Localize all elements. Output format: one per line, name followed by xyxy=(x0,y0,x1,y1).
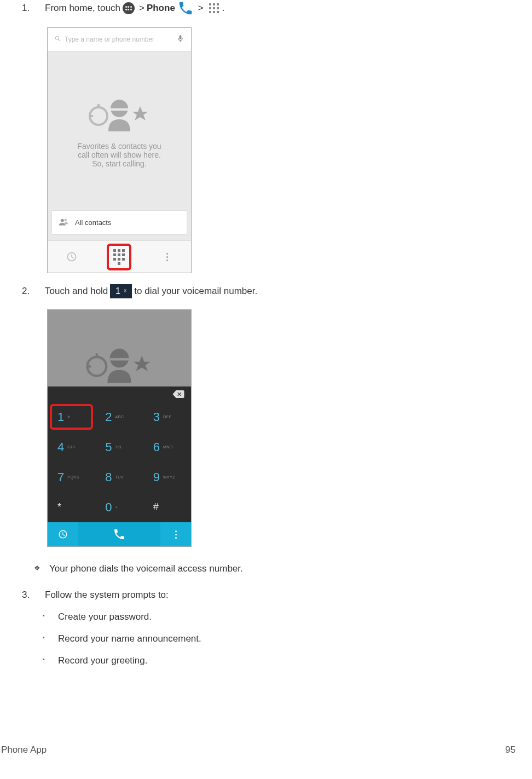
key-4-digit: 4 xyxy=(57,440,64,454)
voicemail-sub-icon: ⧖ xyxy=(67,415,71,419)
shot2-call-bar xyxy=(48,522,191,546)
step3-text: Follow the system prompts to: xyxy=(45,590,169,601)
apps-icon xyxy=(123,2,135,14)
step-1: 1. From home, touch > Phone > . xyxy=(16,0,516,273)
step3-number: 3. xyxy=(16,590,45,601)
overflow-tab xyxy=(143,253,191,261)
step1-text-from-home: From home, touch xyxy=(45,3,120,14)
key-star-symbol: * xyxy=(57,501,61,513)
svg-point-6 xyxy=(61,218,64,222)
contacts-icon xyxy=(59,218,68,227)
step-2: 2. Touch and hold 1⧖ to dial your voicem… xyxy=(16,284,516,580)
prompt-record-name: Record your name announcement. xyxy=(43,628,516,650)
key-2-letters: ABC xyxy=(115,415,124,419)
dialpad-tab xyxy=(95,244,143,270)
backspace-icon xyxy=(172,390,184,398)
empty-state-graphic xyxy=(86,94,152,134)
empty-line1: Favorites & contacts you xyxy=(77,142,161,151)
shot1-empty-state: Favorites & contacts you call often will… xyxy=(48,51,191,210)
overflow-icon-white xyxy=(175,530,177,539)
key-8-letters: TUV xyxy=(115,475,124,479)
search-icon xyxy=(54,35,61,44)
screenshot-dialer: 1 ⧖ 2ABC 3DEF 4GHI 5JKL 6MNO 7PQRS 8TUV … xyxy=(47,309,192,547)
page-footer: Phone App 95 xyxy=(1,745,516,755)
step2-text-touch-hold: Touch and hold xyxy=(45,286,108,297)
key-5: 5JKL xyxy=(95,432,143,462)
svg-rect-12 xyxy=(110,358,129,360)
svg-marker-13 xyxy=(134,356,150,371)
step1-period: . xyxy=(222,3,225,14)
key-1-highlight xyxy=(50,404,93,430)
overflow-icon xyxy=(166,253,168,261)
key-4-letters: GHI xyxy=(67,445,75,449)
key-1-digit: 1 xyxy=(57,410,64,424)
key-3: 3DEF xyxy=(143,402,191,432)
svg-rect-4 xyxy=(111,108,128,111)
phone-handset-icon xyxy=(177,0,194,16)
step2-text-to-dial: to dial your voicemail number. xyxy=(134,286,257,297)
svg-marker-5 xyxy=(132,106,148,120)
result-voicemail-dial: Your phone dials the voicemail access nu… xyxy=(34,558,516,580)
key-7: 7PQRS xyxy=(48,462,95,492)
shot1-search-bar: Type a name or phone number xyxy=(48,28,191,51)
shot2-backspace-row xyxy=(48,386,191,402)
key-9-digit: 9 xyxy=(153,470,160,484)
dialpad-icon xyxy=(209,3,219,13)
key-0: 0+ xyxy=(95,492,143,522)
key-6-letters: MNO xyxy=(163,445,173,449)
key-7-letters: PQRS xyxy=(67,475,79,479)
dialpad-highlight-box xyxy=(107,244,131,270)
all-contacts-label: All contacts xyxy=(75,218,111,227)
step1-gt1: > xyxy=(139,3,144,14)
callbar-overflow xyxy=(160,530,191,539)
dialpad-tab-icon xyxy=(113,249,125,265)
footer-page-number: 95 xyxy=(505,745,516,755)
microphone-icon xyxy=(176,34,184,44)
svg-point-7 xyxy=(65,218,67,221)
key-8-digit: 8 xyxy=(105,470,112,484)
key-0-plus: + xyxy=(115,505,118,509)
key-hash-symbol: # xyxy=(153,501,159,513)
screenshot-phone-app: Type a name or phone number xyxy=(47,27,192,273)
empty-line3: So, start calling. xyxy=(92,159,147,168)
key-7-digit: 7 xyxy=(57,470,64,484)
key-8: 8TUV xyxy=(95,462,143,492)
step1-gt2: > xyxy=(198,3,204,14)
recents-tab-icon xyxy=(48,251,95,262)
key-6: 6MNO xyxy=(143,432,191,462)
step1-number: 1. xyxy=(16,3,45,14)
prompt-create-password: Create your password. xyxy=(43,606,516,628)
shot2-top-area xyxy=(48,310,191,386)
key-1: 1 ⧖ xyxy=(48,402,95,432)
shot1-all-contacts-row: All contacts xyxy=(52,210,187,234)
step2-number: 2. xyxy=(16,286,45,297)
key-2-digit: 2 xyxy=(105,410,112,424)
key-3-digit: 3 xyxy=(153,410,160,424)
key-5-letters: JKL xyxy=(115,445,123,449)
shot1-search-placeholder: Type a name or phone number xyxy=(65,36,154,43)
key-0-digit: 0 xyxy=(105,500,112,515)
key-2: 2ABC xyxy=(95,402,143,432)
key-star: * xyxy=(48,492,95,522)
prompt-record-greeting: Record your greeting. xyxy=(43,650,516,672)
shot2-keypad: 1 ⧖ 2ABC 3DEF 4GHI 5JKL 6MNO 7PQRS 8TUV … xyxy=(48,402,191,522)
key-6-digit: 6 xyxy=(153,440,160,454)
callbar-recents-icon xyxy=(48,529,78,539)
step1-phone-label: Phone xyxy=(147,3,175,14)
key-3-letters: DEF xyxy=(163,415,172,419)
key-5-digit: 5 xyxy=(105,440,112,454)
shot1-bottom-bar xyxy=(48,240,191,273)
key-hash: # xyxy=(143,492,191,522)
svg-point-11 xyxy=(110,349,129,368)
key-4: 4GHI xyxy=(48,432,95,462)
empty-line2: call often will show here. xyxy=(78,151,161,159)
key-1-voicemail-icon: 1⧖ xyxy=(110,284,132,298)
footer-section-title: Phone App xyxy=(1,745,47,755)
step-3: 3. Follow the system prompts to: Create … xyxy=(16,590,516,672)
key-9-letters: WXYZ xyxy=(163,475,175,479)
key-9: 9WXYZ xyxy=(143,462,191,492)
callbar-call-button xyxy=(78,522,160,546)
